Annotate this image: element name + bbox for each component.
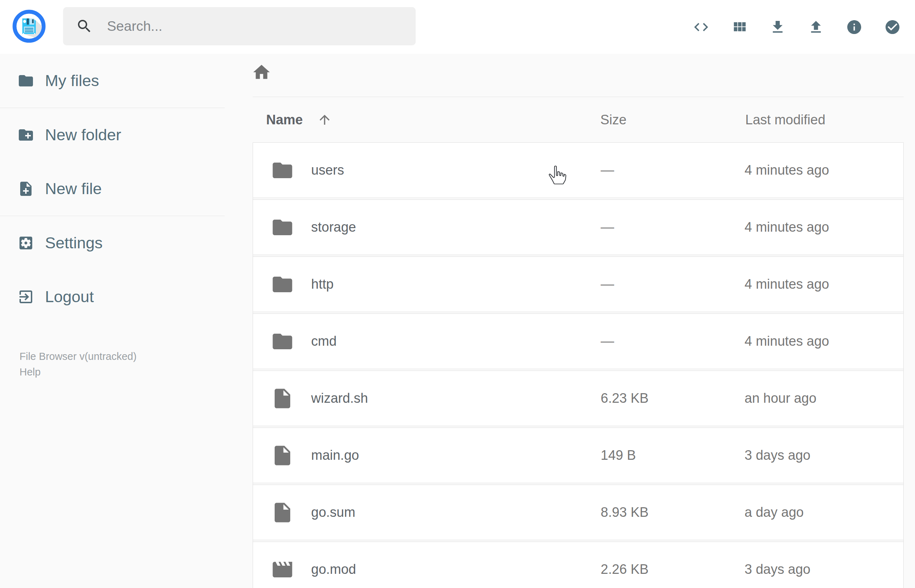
select-multiple-button[interactable] <box>873 8 912 46</box>
download-button[interactable] <box>758 8 797 46</box>
topbar-actions <box>682 0 912 54</box>
check-circle-icon <box>884 19 901 36</box>
switch-view-button[interactable] <box>720 8 758 46</box>
folder-icon <box>271 273 294 296</box>
app-version-text: File Browser v(untracked) <box>19 349 136 364</box>
folder-icon <box>271 159 294 182</box>
raw-view-button[interactable] <box>682 8 720 46</box>
download-icon <box>770 19 786 36</box>
sidebar-item-new-file[interactable]: New file <box>0 162 225 216</box>
sidebar-items: My files New folder New file Settings Lo… <box>0 54 225 324</box>
file-row[interactable]: http — 4 minutes ago <box>253 257 903 312</box>
sidebar-item-logout[interactable]: Logout <box>0 270 225 324</box>
file-row[interactable]: users — 4 minutes ago <box>253 142 903 198</box>
column-header-name[interactable]: Name <box>266 97 332 142</box>
sidebar-item-new-folder[interactable]: New folder <box>0 108 225 162</box>
info-icon <box>846 19 863 36</box>
home-icon <box>252 62 273 82</box>
help-link[interactable]: Help <box>19 364 136 380</box>
folder-icon <box>17 72 34 89</box>
file-listing-pane: Name Size Last modified users — 4 minute… <box>225 54 915 588</box>
sidebar-item-settings[interactable]: Settings <box>0 216 225 270</box>
create-new-folder-icon <box>17 126 34 144</box>
folder-icon <box>271 330 294 353</box>
file-browser-logo-icon <box>11 8 47 45</box>
file-icon <box>271 444 294 467</box>
file-row[interactable]: cmd — 4 minutes ago <box>253 313 903 369</box>
sidebar-item-my-files[interactable]: My files <box>0 54 225 108</box>
new-file-icon <box>17 180 34 197</box>
grid-view-icon <box>731 19 748 36</box>
top-bar <box>0 0 915 54</box>
file-row[interactable]: go.mod 2.26 KB 3 days ago <box>253 541 903 588</box>
settings-icon <box>17 234 34 252</box>
file-icon <box>271 501 294 524</box>
info-button[interactable] <box>835 8 873 46</box>
code-icon <box>693 19 710 36</box>
logout-icon <box>17 288 34 305</box>
file-row[interactable]: main.go 149 B 3 days ago <box>253 428 903 483</box>
upload-button[interactable] <box>797 8 835 46</box>
search-bar[interactable] <box>63 7 416 45</box>
column-header-modified[interactable]: Last modified <box>745 97 825 142</box>
file-listing: users — 4 minutes ago storage — 4 minute… <box>253 142 904 588</box>
breadcrumb-home-button[interactable] <box>252 61 273 83</box>
app-logo[interactable] <box>11 8 47 45</box>
sidebar-footer: File Browser v(untracked) Help <box>19 349 136 380</box>
movie-icon <box>271 558 294 581</box>
upload-icon <box>808 19 824 36</box>
search-icon <box>76 18 93 35</box>
search-input[interactable] <box>106 18 397 34</box>
sidebar: My files New folder New file Settings Lo… <box>0 54 225 588</box>
folder-icon <box>271 216 294 239</box>
file-row[interactable]: wizard.sh 6.23 KB an hour ago <box>253 370 903 426</box>
arrow-up-icon <box>317 112 332 127</box>
file-row[interactable]: go.sum 8.93 KB a day ago <box>253 485 903 540</box>
listing-header: Name Size Last modified <box>253 97 904 142</box>
file-row[interactable]: storage — 4 minutes ago <box>253 199 903 255</box>
column-header-size[interactable]: Size <box>600 97 627 142</box>
file-icon <box>271 387 294 410</box>
